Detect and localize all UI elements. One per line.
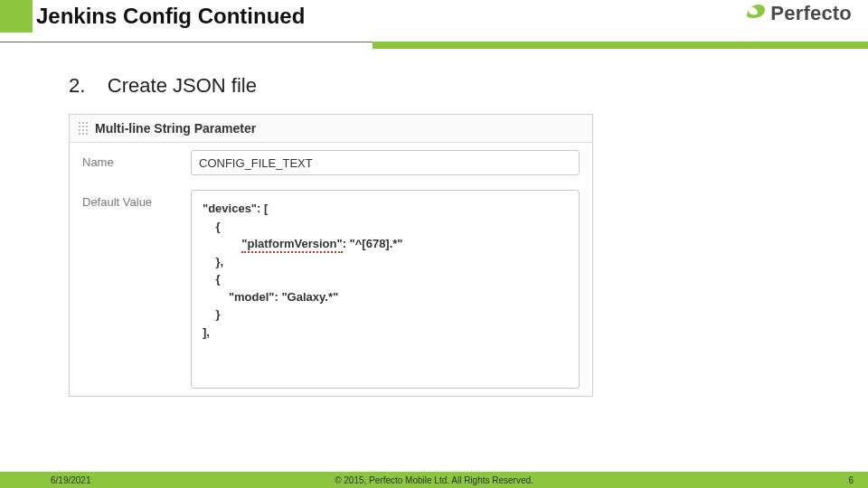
slide-footer: 6/19/2021 © 2015, Perfecto Mobile Ltd. A… — [0, 472, 868, 488]
header-green-block — [0, 0, 33, 33]
code-line: { — [203, 218, 568, 236]
panel-header[interactable]: Multi-line String Parameter — [70, 115, 592, 143]
slide-body: 2. Create JSON file Multi-line String Pa… — [0, 51, 868, 397]
logo: Perfecto — [743, 2, 852, 25]
footer-copyright: © 2015, Perfecto Mobile Ltd. All Rights … — [335, 475, 533, 485]
step-text: Create JSON file — [108, 74, 257, 97]
code-line: }, — [203, 253, 568, 271]
code-line: { — [203, 270, 568, 288]
default-value-label: Default Value — [82, 190, 191, 209]
code-line: "devices": [ — [203, 200, 568, 218]
drag-handle-icon[interactable] — [77, 120, 88, 136]
logo-wordmark: Perfecto — [770, 2, 852, 25]
code-line: "model": "Galaxy.*" — [203, 288, 568, 306]
name-row: Name — [70, 143, 592, 183]
footer-page-number: 6 — [848, 475, 854, 485]
default-value-textarea[interactable]: "devices": [ { "platformVersion": "^[678… — [191, 190, 580, 389]
panel-title: Multi-line String Parameter — [95, 121, 256, 136]
name-input[interactable] — [191, 150, 580, 175]
code-line: ], — [203, 324, 568, 342]
slide-header: Jenkins Config Continued Perfecto — [0, 0, 868, 51]
header-accent-bar — [373, 42, 868, 49]
default-value-row: Default Value "devices": [ { "platformVe… — [70, 183, 592, 396]
slide-title: Jenkins Config Continued — [36, 4, 305, 29]
jenkins-parameter-panel: Multi-line String Parameter Name Default… — [69, 114, 593, 397]
code-line: } — [203, 305, 568, 324]
name-label: Name — [82, 150, 191, 169]
logo-icon — [743, 2, 767, 25]
step-heading: 2. Create JSON file — [69, 74, 817, 98]
footer-date: 6/19/2021 — [51, 475, 91, 485]
step-number: 2. — [69, 74, 85, 97]
code-line: "platformVersion": "^[678].*" — [203, 235, 568, 253]
spellcheck-underline: "platformVersion" — [241, 237, 342, 253]
